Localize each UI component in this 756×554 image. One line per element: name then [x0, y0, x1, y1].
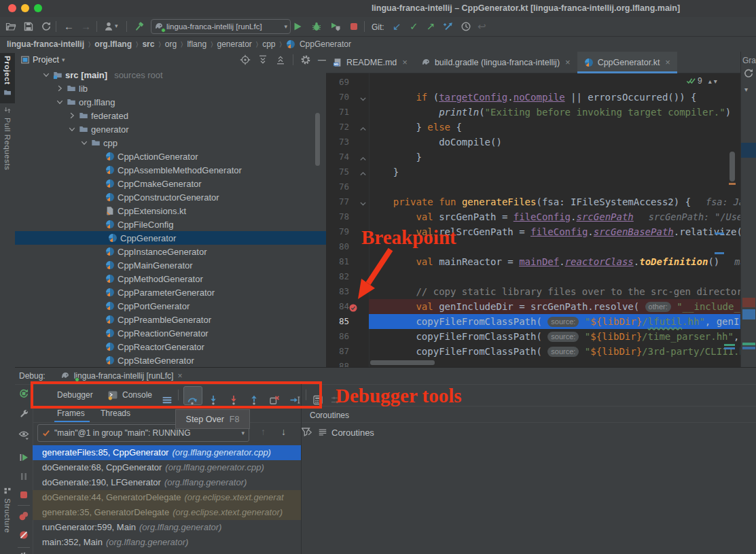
history-icon[interactable] [461, 21, 471, 32]
code-text[interactable]: copyFileFromClassPath( source: "${libDir… [370, 329, 740, 344]
maximize-window-button[interactable] [34, 4, 42, 12]
breadcrumb-item[interactable]: lflang [187, 39, 206, 49]
tree-item[interactable]: generator [68, 122, 129, 136]
chevron-down-icon[interactable] [56, 98, 64, 106]
run-button[interactable] [292, 21, 303, 32]
code-text[interactable]: val mainReactor = mainDef.reactorClass.t… [370, 254, 740, 269]
tree-item[interactable]: CppParameterGenerator [105, 285, 215, 299]
code-text[interactable]: println("Exiting before invoking target … [370, 105, 731, 120]
code-text[interactable]: copyFileFromClassPath( source: "${libDir… [370, 314, 740, 329]
breadcrumb-item[interactable]: CppGenerator [300, 39, 351, 49]
open-icon[interactable] [5, 21, 16, 32]
tree-item[interactable]: CppCmakeGenerator [105, 177, 202, 190]
collapse-all-icon[interactable] [275, 54, 286, 65]
stop-icon[interactable] [18, 489, 29, 500]
frame-up-icon[interactable]: ↑ [261, 426, 266, 437]
stack-frame[interactable]: doGenerate:68, CppGenerator(org.lflang.g… [33, 460, 302, 475]
next-problem-icon[interactable]: ▾ [714, 77, 717, 85]
stack-frame[interactable]: generateFiles:85, CppGenerator(org.lflan… [33, 445, 302, 460]
git-fetch-icon[interactable] [443, 21, 454, 32]
sidebar-item-pull-requests[interactable]: Pull Requests [0, 103, 15, 177]
sidebar-item-project[interactable]: Project [0, 53, 15, 103]
code-text[interactable]: copyFileFromClassPath( source: "${libDir… [370, 344, 740, 359]
code-text[interactable]: } else { [370, 120, 462, 135]
view-breakpoints-icon[interactable] [18, 510, 29, 521]
debug-button[interactable] [311, 21, 322, 32]
tree-item[interactable]: CppConstructorGenerator [105, 190, 219, 204]
build-icon[interactable] [134, 21, 145, 32]
fold-marker-icon[interactable] [359, 92, 367, 101]
tree-item[interactable]: CppMethodGenerator [105, 272, 203, 285]
tree-item[interactable]: CppReactorGenerator [105, 340, 204, 353]
project-panel-header[interactable]: Project ▾ — [15, 52, 327, 68]
close-window-button[interactable] [8, 4, 16, 12]
git-push-icon[interactable]: ↗ [427, 21, 435, 32]
fold-marker-icon[interactable] [359, 167, 367, 176]
code-text[interactable]: if (targetConfig.noCompile || errorsOccu… [370, 90, 696, 105]
stack-frame[interactable]: runGenerator:599, Main(org.lflang.genera… [33, 520, 302, 535]
editor-vscrollbar[interactable] [730, 152, 735, 181]
editor-tab[interactable]: build.gradle (lingua-franca-intellij)× [414, 52, 577, 73]
editor-tab[interactable]: CppGenerator.kt× [577, 52, 677, 73]
tab-frames[interactable]: Frames [57, 409, 85, 418]
minimize-window-button[interactable] [21, 4, 29, 12]
stack-frame[interactable]: doGenerate:190, LFGenerator(org.lflang.g… [33, 475, 302, 490]
tab-console[interactable]: Console [107, 384, 152, 405]
tree-item[interactable]: lib [56, 82, 88, 95]
gear-icon[interactable] [300, 54, 311, 65]
fold-marker-icon[interactable] [359, 152, 367, 161]
tree-item[interactable]: CppPreambleGenerator [105, 313, 211, 326]
locate-file-icon[interactable] [240, 54, 251, 65]
tab-debugger[interactable]: Debugger [57, 384, 93, 405]
breadcrumb-item[interactable]: lingua-franca-intellij [7, 39, 84, 49]
tree-item[interactable]: CppGenerator [15, 231, 326, 245]
chevron-right-icon[interactable] [56, 84, 64, 92]
stack-frame[interactable]: main:352, Main(org.lflang.generator) [33, 535, 302, 550]
tree-item[interactable]: CppPortGenerator [105, 299, 190, 313]
tree-item[interactable]: CppActionGenerator [105, 150, 198, 163]
sidebar-item-structure[interactable]: Structure [0, 484, 15, 542]
run-with-coverage-button[interactable] [330, 21, 341, 32]
close-icon[interactable]: × [665, 57, 670, 67]
inspections-widget[interactable]: 9 ▴ ▾ [686, 76, 717, 86]
tree-item[interactable]: federated [68, 109, 128, 122]
project-scrollbar[interactable] [315, 113, 320, 166]
settings-wrench-icon[interactable] [18, 409, 29, 419]
breadcrumb-item[interactable]: org.lflang [94, 39, 132, 49]
rerun-icon[interactable] [18, 388, 29, 399]
debug-session-tab[interactable]: lingua-franca-intellij [runLfc] [74, 371, 174, 381]
tree-item[interactable]: CppFileConfig [105, 218, 173, 231]
breakpoint-icon[interactable] [348, 302, 358, 311]
tree-item[interactable]: org.lflang [56, 95, 115, 109]
chevron-down-icon[interactable] [42, 71, 50, 79]
code-text[interactable]: val relSrcGenPath = fileConfig.srcGenBas… [370, 224, 740, 239]
code-text[interactable]: val genIncludeDir = srcGenPath.resolve( … [370, 299, 740, 314]
fold-marker-icon[interactable] [359, 122, 367, 131]
resume-icon[interactable] [18, 452, 29, 463]
chevron-right-icon[interactable] [68, 111, 76, 120]
git-commit-icon[interactable]: ✓ [410, 21, 418, 32]
rollback-icon[interactable]: ↩ [478, 21, 486, 32]
run-configuration-select[interactable]: lingua-franca-intellij [runLfc] ▾ [151, 19, 291, 34]
code-text[interactable]: doCompile() [370, 135, 502, 150]
code-text[interactable]: val srcGenPath = fileConfig.srcGenPathsr… [370, 209, 740, 224]
gradle-refresh-icon[interactable] [743, 68, 754, 79]
code-text[interactable]: // copy static library files over to the… [370, 284, 740, 299]
code-text[interactable]: } [370, 165, 399, 179]
save-all-icon[interactable] [23, 21, 34, 32]
profile-dropdown-icon[interactable]: ▾ [115, 22, 118, 29]
hide-panel-icon[interactable]: — [318, 55, 326, 65]
code-text[interactable]: } [370, 150, 422, 165]
coroutines-root-item[interactable]: Coroutines [306, 425, 374, 440]
breadcrumb-item[interactable]: src [142, 39, 154, 49]
tree-item[interactable]: cpp [80, 136, 118, 150]
tree-item[interactable]: CppAssembleMethodGenerator [105, 163, 242, 177]
code-text[interactable]: private fun generateFiles(fsa: IFileSyst… [370, 194, 740, 209]
fold-marker-icon[interactable] [359, 197, 367, 206]
close-icon[interactable]: × [565, 57, 571, 67]
chevron-down-icon[interactable] [68, 125, 76, 133]
stack-frame[interactable]: generate:35, GeneratorDelegate(org.eclip… [33, 505, 302, 520]
chevron-down-icon[interactable] [80, 139, 88, 147]
watch-icon[interactable] [18, 429, 29, 440]
close-icon[interactable]: × [177, 371, 182, 381]
